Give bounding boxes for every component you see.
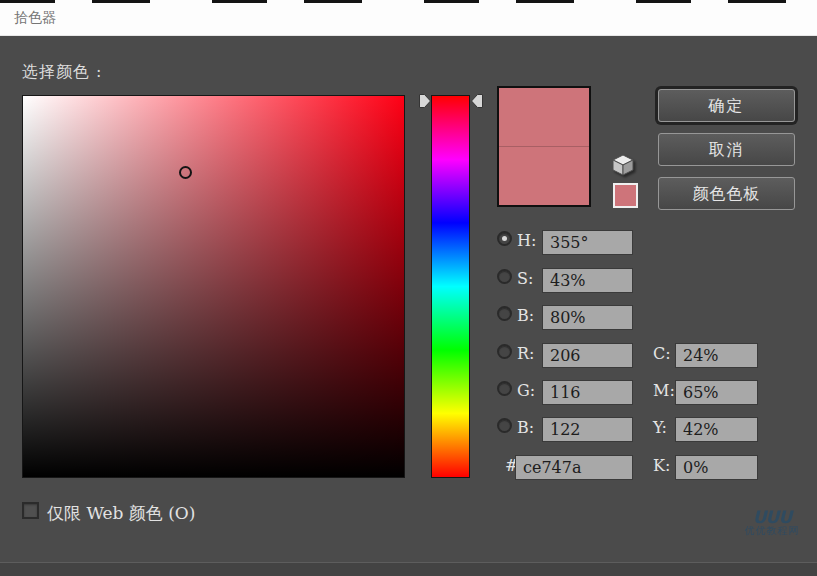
new-color-swatch bbox=[499, 88, 589, 147]
input-h[interactable] bbox=[542, 230, 633, 255]
radio-s[interactable] bbox=[497, 269, 512, 284]
input-b[interactable] bbox=[542, 305, 633, 330]
watermark-logo: UUU bbox=[741, 510, 803, 525]
input-b2[interactable] bbox=[542, 417, 633, 442]
input-r[interactable] bbox=[542, 343, 633, 368]
hue-slider-arrow-right[interactable] bbox=[471, 94, 483, 108]
radio-g[interactable] bbox=[497, 381, 512, 396]
input-k[interactable] bbox=[675, 455, 758, 480]
watermark: UUU 优优教程网 bbox=[741, 510, 803, 537]
input-y[interactable] bbox=[675, 417, 758, 442]
dialog-footer-edge bbox=[0, 562, 817, 576]
watermark-text: 优优教程网 bbox=[741, 525, 803, 537]
window-title: 拾色器 bbox=[14, 9, 56, 27]
input-hex[interactable] bbox=[515, 455, 633, 480]
color-preview bbox=[497, 86, 591, 207]
input-c[interactable] bbox=[675, 343, 758, 368]
color-marker[interactable] bbox=[179, 166, 192, 179]
color-swatches-button[interactable]: 颜色色板 bbox=[658, 177, 795, 210]
hue-slider[interactable] bbox=[431, 95, 470, 478]
web-colors-only-checkbox[interactable] bbox=[22, 502, 39, 519]
color-picker-dialog: 选择颜色 : 确定 取消 颜色色板 H: S: B: R: C: G: M: bbox=[0, 36, 817, 562]
radio-b[interactable] bbox=[497, 306, 512, 321]
radio-r[interactable] bbox=[497, 344, 512, 359]
saturation-brightness-field[interactable] bbox=[22, 95, 405, 478]
closest-web-color-swatch[interactable] bbox=[613, 183, 638, 208]
radio-h[interactable] bbox=[497, 231, 512, 246]
window-titlebar: 拾色器 bbox=[0, 0, 817, 36]
current-color-swatch[interactable] bbox=[499, 147, 589, 206]
radio-b2[interactable] bbox=[497, 418, 512, 433]
cancel-button[interactable]: 取消 bbox=[658, 133, 795, 166]
web-colors-only-label: 仅限 Web 颜色 (O) bbox=[47, 502, 195, 525]
window-top-edge bbox=[0, 0, 817, 3]
input-m[interactable] bbox=[675, 380, 758, 405]
web-color-warning-cube-icon[interactable] bbox=[611, 153, 635, 177]
input-s[interactable] bbox=[542, 268, 633, 293]
hue-slider-arrow-left[interactable] bbox=[419, 94, 431, 108]
dialog-heading: 选择颜色 : bbox=[22, 62, 102, 83]
input-g[interactable] bbox=[542, 380, 633, 405]
ok-button[interactable]: 确定 bbox=[658, 89, 795, 122]
